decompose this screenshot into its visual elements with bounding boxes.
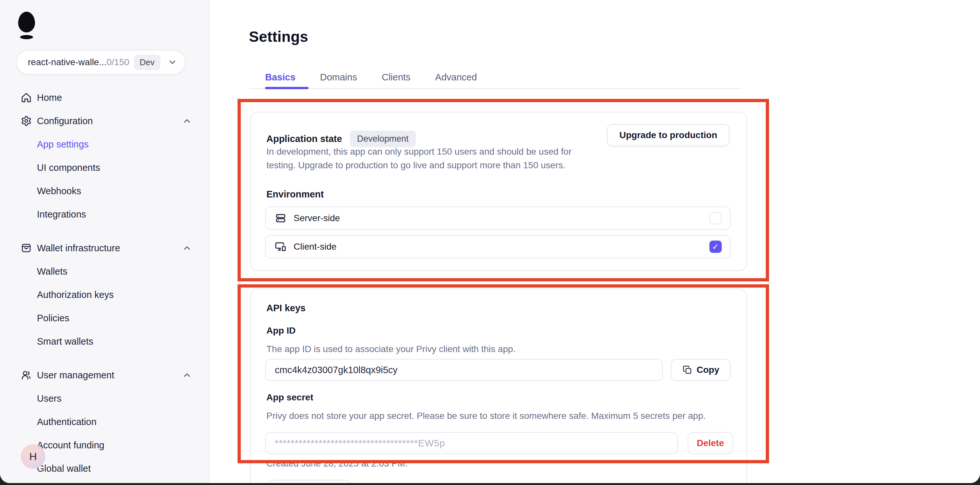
tabs-divider	[250, 88, 741, 89]
sidebar-item-users[interactable]: Users	[0, 387, 209, 410]
upgrade-to-production-button[interactable]: Upgrade to production	[607, 124, 730, 146]
api-keys-card: API keys App ID The app ID is used to as…	[250, 289, 747, 483]
sidebar-item-label: Wallet infrastructure	[37, 243, 120, 254]
copy-icon	[682, 365, 692, 375]
sidebar-item-home[interactable]: Home	[0, 86, 209, 109]
tab-advanced[interactable]: Advanced	[435, 72, 477, 83]
app-env-badge: Dev	[134, 55, 161, 70]
active-tab-indicator	[265, 87, 309, 89]
sidebar-item-webhooks[interactable]: Webhooks	[0, 179, 209, 203]
sidebar-item-wallet-infrastructure[interactable]: Wallet infrastructure	[0, 236, 209, 260]
gear-icon	[21, 115, 32, 126]
privy-logo-icon	[18, 12, 35, 32]
sidebar-item-wallets[interactable]: Wallets	[0, 260, 209, 283]
sidebar-item-smart-wallets[interactable]: Smart wallets	[0, 330, 209, 353]
app-secret-label: App secret	[266, 392, 313, 403]
environment-option-server-side[interactable]: Server-side	[265, 206, 731, 230]
main-content: Settings Basics Domains Clients Advanced…	[209, 0, 980, 483]
server-side-checkbox[interactable]	[710, 212, 722, 224]
copy-app-id-button[interactable]: Copy	[671, 359, 731, 381]
check-icon: ✓	[712, 242, 719, 252]
sidebar-item-authorization-keys[interactable]: Authorization keys	[0, 283, 209, 306]
app-secret-masked-value: ************************************EW5p	[275, 438, 445, 449]
sidebar-item-integrations[interactable]: Integrations	[0, 203, 209, 226]
delete-secret-button[interactable]: Delete	[688, 432, 733, 454]
app-secret-input[interactable]: ************************************EW5p	[265, 432, 678, 454]
sidebar-item-label: Integrations	[37, 209, 86, 220]
sidebar-item-label: UI components	[37, 163, 100, 173]
sidebar-item-label: Smart wallets	[37, 336, 93, 347]
avatar[interactable]: H	[21, 444, 45, 469]
nav-section-gap	[0, 226, 209, 236]
sidebar-item-authentication[interactable]: Authentication	[0, 410, 209, 434]
tab-clients[interactable]: Clients	[382, 72, 410, 83]
settings-tabs: Basics Domains Clients Advanced	[265, 72, 477, 83]
app-id-label: App ID	[266, 325, 296, 336]
sidebar-item-label: Home	[37, 93, 62, 103]
sidebar-item-label: Authentication	[37, 416, 97, 427]
application-state-title: Application state	[266, 134, 342, 144]
sidebar-nav: Home Configuration App settings UI compo…	[0, 86, 209, 480]
app-secret-description: Privy does not store your app secret. Pl…	[266, 409, 706, 423]
avatar-initial: H	[29, 451, 37, 463]
api-keys-title: API keys	[266, 303, 305, 314]
sidebar-item-user-management[interactable]: User management	[0, 364, 209, 387]
sidebar-item-label: Account funding	[37, 440, 104, 451]
application-state-card: Application state Development Upgrade to…	[250, 112, 747, 271]
new-secret-button-partial[interactable]	[268, 480, 351, 483]
home-icon	[21, 92, 32, 103]
app-id-input[interactable]: cmc4k4z03007gk10l8qx9i5cy	[265, 359, 663, 381]
sidebar-item-label: User management	[37, 370, 115, 381]
sidebar-item-label: Global wallet	[37, 463, 91, 474]
sidebar-item-app-settings[interactable]: App settings	[0, 132, 209, 156]
app-id-description: The app ID is used to associate your Pri…	[266, 342, 515, 356]
client-devices-icon	[275, 241, 286, 252]
delete-button-label: Delete	[697, 438, 724, 448]
sidebar-item-label: App settings	[37, 139, 89, 150]
sidebar-item-label: Configuration	[37, 116, 93, 126]
server-icon	[275, 212, 286, 224]
chevron-up-icon[interactable]	[182, 116, 192, 126]
application-state-description: In development, this app can only suppor…	[266, 145, 572, 172]
nav-section-gap	[0, 353, 209, 364]
chevron-up-icon[interactable]	[182, 243, 192, 253]
chevron-up-icon[interactable]	[182, 370, 192, 380]
app-switcher-usage: 0/150	[107, 57, 129, 67]
environment-option-label: Client-side	[294, 241, 336, 252]
sidebar-item-label: Authorization keys	[37, 289, 114, 300]
users-icon	[21, 370, 32, 381]
environment-option-client-side[interactable]: Client-side ✓	[265, 235, 731, 258]
privy-logo-base-icon	[20, 35, 33, 39]
wallet-icon	[21, 242, 32, 254]
environment-option-label: Server-side	[294, 213, 340, 223]
page-title: Settings	[249, 28, 308, 45]
app-window: react-native-walle... 0/150 Dev Home Con…	[0, 0, 980, 483]
sidebar-item-label: Policies	[37, 313, 69, 324]
client-side-checkbox[interactable]: ✓	[710, 241, 722, 253]
tab-domains[interactable]: Domains	[320, 72, 357, 83]
copy-button-label: Copy	[697, 365, 719, 375]
sidebar-item-label: Webhooks	[37, 186, 81, 196]
chevron-down-icon	[167, 57, 177, 67]
secret-created-note: Created June 28, 2025 at 2:03 PM.	[266, 458, 408, 469]
tab-basics[interactable]: Basics	[265, 72, 296, 83]
sidebar-item-configuration[interactable]: Configuration	[0, 109, 209, 132]
app-id-value: cmc4k4z03007gk10l8qx9i5cy	[275, 365, 398, 375]
sidebar-item-policies[interactable]: Policies	[0, 306, 209, 330]
app-switcher[interactable]: react-native-walle... 0/150 Dev	[16, 50, 186, 75]
sidebar: react-native-walle... 0/150 Dev Home Con…	[0, 0, 209, 483]
environment-label: Environment	[266, 189, 324, 200]
app-switcher-name: react-native-walle...	[28, 57, 107, 67]
sidebar-item-label: Users	[37, 393, 62, 404]
sidebar-item-ui-components[interactable]: UI components	[0, 156, 209, 179]
sidebar-item-label: Wallets	[37, 266, 67, 277]
